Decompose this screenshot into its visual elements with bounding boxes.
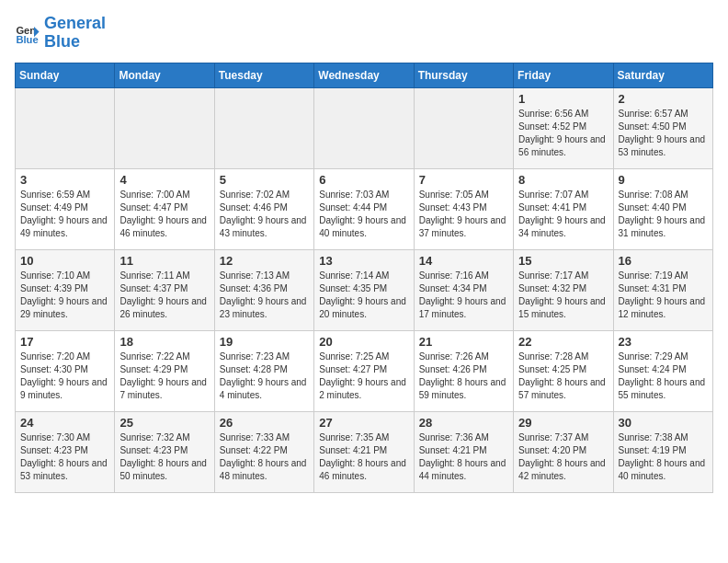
day-number: 14 xyxy=(419,254,508,268)
day-number: 9 xyxy=(619,173,708,187)
calendar-cell: 21Sunrise: 7:26 AM Sunset: 4:26 PM Dayli… xyxy=(414,330,513,411)
calendar-cell: 4Sunrise: 7:00 AM Sunset: 4:47 PM Daylig… xyxy=(115,168,214,249)
day-info: Sunrise: 7:16 AM Sunset: 4:34 PM Dayligh… xyxy=(419,270,508,321)
calendar-cell: 30Sunrise: 7:38 AM Sunset: 4:19 PM Dayli… xyxy=(613,411,712,492)
day-info: Sunrise: 7:00 AM Sunset: 4:47 PM Dayligh… xyxy=(119,189,209,240)
day-number: 20 xyxy=(319,335,408,349)
day-info: Sunrise: 7:20 AM Sunset: 4:30 PM Dayligh… xyxy=(20,350,109,402)
calendar-cell: 22Sunrise: 7:28 AM Sunset: 4:25 PM Dayli… xyxy=(514,330,613,411)
day-info: Sunrise: 7:30 AM Sunset: 4:23 PM Dayligh… xyxy=(20,431,109,483)
page-header: Gen Blue General Blue xyxy=(15,15,713,52)
logo-icon: Gen Blue xyxy=(15,20,40,46)
day-number: 25 xyxy=(119,416,209,430)
day-info: Sunrise: 7:26 AM Sunset: 4:26 PM Dayligh… xyxy=(419,350,508,402)
day-number: 16 xyxy=(619,254,708,268)
calendar-cell: 9Sunrise: 7:08 AM Sunset: 4:40 PM Daylig… xyxy=(613,168,712,249)
day-number: 18 xyxy=(119,335,209,349)
calendar-cell: 7Sunrise: 7:05 AM Sunset: 4:43 PM Daylig… xyxy=(414,168,513,249)
day-number: 24 xyxy=(20,416,109,430)
day-info: Sunrise: 6:56 AM Sunset: 4:52 PM Dayligh… xyxy=(518,108,608,159)
day-number: 11 xyxy=(119,254,209,268)
day-info: Sunrise: 7:14 AM Sunset: 4:35 PM Dayligh… xyxy=(319,270,408,321)
day-number: 1 xyxy=(518,92,608,106)
day-info: Sunrise: 7:07 AM Sunset: 4:41 PM Dayligh… xyxy=(518,189,608,240)
day-number: 29 xyxy=(518,416,608,430)
day-number: 3 xyxy=(20,173,109,187)
day-number: 23 xyxy=(619,335,708,349)
calendar-cell: 15Sunrise: 7:17 AM Sunset: 4:32 PM Dayli… xyxy=(514,249,613,330)
day-info: Sunrise: 7:19 AM Sunset: 4:31 PM Dayligh… xyxy=(619,270,708,321)
day-info: Sunrise: 6:59 AM Sunset: 4:49 PM Dayligh… xyxy=(20,189,109,240)
day-info: Sunrise: 7:23 AM Sunset: 4:28 PM Dayligh… xyxy=(220,350,309,402)
calendar-cell: 13Sunrise: 7:14 AM Sunset: 4:35 PM Dayli… xyxy=(314,249,414,330)
weekday-header-sunday: Sunday xyxy=(16,63,115,87)
day-info: Sunrise: 7:05 AM Sunset: 4:43 PM Dayligh… xyxy=(419,189,508,240)
day-number: 28 xyxy=(419,416,508,430)
day-info: Sunrise: 7:29 AM Sunset: 4:24 PM Dayligh… xyxy=(619,350,708,402)
day-info: Sunrise: 7:10 AM Sunset: 4:39 PM Dayligh… xyxy=(20,270,109,321)
calendar-cell: 20Sunrise: 7:25 AM Sunset: 4:27 PM Dayli… xyxy=(314,330,414,411)
day-number: 5 xyxy=(220,173,309,187)
day-number: 21 xyxy=(419,335,508,349)
calendar-cell: 3Sunrise: 6:59 AM Sunset: 4:49 PM Daylig… xyxy=(16,168,115,249)
day-number: 12 xyxy=(220,254,309,268)
day-info: Sunrise: 7:08 AM Sunset: 4:40 PM Dayligh… xyxy=(619,189,708,240)
calendar-cell: 17Sunrise: 7:20 AM Sunset: 4:30 PM Dayli… xyxy=(16,330,115,411)
day-number: 19 xyxy=(220,335,309,349)
calendar-cell: 24Sunrise: 7:30 AM Sunset: 4:23 PM Dayli… xyxy=(16,411,115,492)
weekday-header-thursday: Thursday xyxy=(414,63,513,87)
calendar-cell: 14Sunrise: 7:16 AM Sunset: 4:34 PM Dayli… xyxy=(414,249,513,330)
calendar-cell: 1Sunrise: 6:56 AM Sunset: 4:52 PM Daylig… xyxy=(514,87,613,168)
day-info: Sunrise: 7:35 AM Sunset: 4:21 PM Dayligh… xyxy=(319,431,408,483)
day-info: Sunrise: 7:36 AM Sunset: 4:21 PM Dayligh… xyxy=(419,431,508,483)
day-info: Sunrise: 7:22 AM Sunset: 4:29 PM Dayligh… xyxy=(119,350,209,402)
day-number: 4 xyxy=(119,173,209,187)
day-number: 17 xyxy=(20,335,109,349)
weekday-header-friday: Friday xyxy=(514,63,613,87)
calendar-cell: 27Sunrise: 7:35 AM Sunset: 4:21 PM Dayli… xyxy=(314,411,414,492)
calendar-cell: 10Sunrise: 7:10 AM Sunset: 4:39 PM Dayli… xyxy=(16,249,115,330)
calendar-cell: 6Sunrise: 7:03 AM Sunset: 4:44 PM Daylig… xyxy=(314,168,414,249)
calendar-cell: 12Sunrise: 7:13 AM Sunset: 4:36 PM Dayli… xyxy=(214,249,313,330)
day-info: Sunrise: 7:02 AM Sunset: 4:46 PM Dayligh… xyxy=(220,189,309,240)
calendar-cell: 26Sunrise: 7:33 AM Sunset: 4:22 PM Dayli… xyxy=(214,411,313,492)
weekday-header-tuesday: Tuesday xyxy=(214,63,313,87)
day-info: Sunrise: 7:33 AM Sunset: 4:22 PM Dayligh… xyxy=(220,431,309,483)
day-number: 22 xyxy=(518,335,608,349)
day-info: Sunrise: 7:37 AM Sunset: 4:20 PM Dayligh… xyxy=(518,431,608,483)
calendar-table: SundayMondayTuesdayWednesdayThursdayFrid… xyxy=(15,63,713,493)
day-info: Sunrise: 7:03 AM Sunset: 4:44 PM Dayligh… xyxy=(319,189,408,240)
calendar-cell: 5Sunrise: 7:02 AM Sunset: 4:46 PM Daylig… xyxy=(214,168,313,249)
calendar-cell: 16Sunrise: 7:19 AM Sunset: 4:31 PM Dayli… xyxy=(613,249,712,330)
calendar-cell xyxy=(214,87,313,168)
day-info: Sunrise: 7:28 AM Sunset: 4:25 PM Dayligh… xyxy=(518,350,608,402)
day-number: 7 xyxy=(419,173,508,187)
calendar-cell: 18Sunrise: 7:22 AM Sunset: 4:29 PM Dayli… xyxy=(115,330,214,411)
calendar-cell: 29Sunrise: 7:37 AM Sunset: 4:20 PM Dayli… xyxy=(514,411,613,492)
day-number: 26 xyxy=(220,416,309,430)
calendar-cell xyxy=(414,87,513,168)
calendar-cell: 28Sunrise: 7:36 AM Sunset: 4:21 PM Dayli… xyxy=(414,411,513,492)
weekday-header-monday: Monday xyxy=(115,63,214,87)
day-info: Sunrise: 7:11 AM Sunset: 4:37 PM Dayligh… xyxy=(119,270,209,321)
weekday-header-saturday: Saturday xyxy=(613,63,712,87)
calendar-cell: 25Sunrise: 7:32 AM Sunset: 4:23 PM Dayli… xyxy=(115,411,214,492)
calendar-cell: 2Sunrise: 6:57 AM Sunset: 4:50 PM Daylig… xyxy=(613,87,712,168)
day-number: 8 xyxy=(518,173,608,187)
day-info: Sunrise: 7:17 AM Sunset: 4:32 PM Dayligh… xyxy=(518,270,608,321)
calendar-cell: 19Sunrise: 7:23 AM Sunset: 4:28 PM Dayli… xyxy=(214,330,313,411)
calendar-cell xyxy=(16,87,115,168)
day-info: Sunrise: 7:25 AM Sunset: 4:27 PM Dayligh… xyxy=(319,350,408,402)
day-info: Sunrise: 7:32 AM Sunset: 4:23 PM Dayligh… xyxy=(119,431,209,483)
day-info: Sunrise: 7:13 AM Sunset: 4:36 PM Dayligh… xyxy=(220,270,309,321)
day-info: Sunrise: 7:38 AM Sunset: 4:19 PM Dayligh… xyxy=(619,431,708,483)
day-number: 15 xyxy=(518,254,608,268)
day-number: 30 xyxy=(619,416,708,430)
day-number: 2 xyxy=(619,92,708,106)
calendar-cell: 11Sunrise: 7:11 AM Sunset: 4:37 PM Dayli… xyxy=(115,249,214,330)
calendar-cell: 8Sunrise: 7:07 AM Sunset: 4:41 PM Daylig… xyxy=(514,168,613,249)
day-number: 6 xyxy=(319,173,408,187)
calendar-cell xyxy=(115,87,214,168)
day-number: 10 xyxy=(20,254,109,268)
logo: Gen Blue General Blue xyxy=(15,15,106,52)
